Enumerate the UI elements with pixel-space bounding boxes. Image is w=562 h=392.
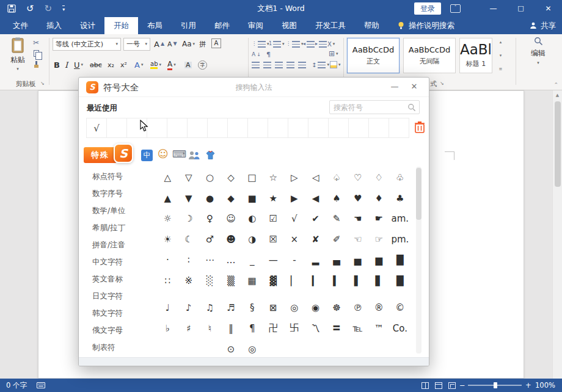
symbol-cell[interactable]: ▒ — [221, 270, 242, 291]
symbol-cell[interactable]: ♤ — [326, 167, 348, 188]
symbol-cell[interactable]: ✘ — [305, 229, 326, 250]
symbol-cell[interactable]: 卐 — [284, 318, 305, 339]
symbol-cell[interactable]: ◎ — [284, 297, 305, 318]
ribbon-tab[interactable]: 开始 — [104, 17, 138, 34]
undo-icon[interactable]: ↺ — [26, 4, 34, 13]
grow-font-button[interactable]: A▲ — [154, 38, 164, 50]
symbol-cell[interactable] — [368, 339, 390, 360]
symbol-cell[interactable]: ☽ — [178, 209, 200, 230]
symbol-cell[interactable]: — — [263, 250, 284, 270]
zoom-in-button[interactable]: + — [525, 379, 531, 392]
paste-button[interactable]: 粘贴 ▾ — [5, 37, 31, 78]
symbol-cell[interactable]: · — [157, 250, 178, 270]
symbol-cell[interactable]: ♠ — [326, 188, 348, 209]
character-shading-button[interactable]: A — [184, 59, 192, 71]
symbol-cell[interactable]: ☻ — [221, 229, 242, 250]
symbol-cell[interactable]: ▎ — [305, 270, 326, 291]
font-color-button[interactable]: A ▾ — [167, 59, 176, 71]
symbol-cell[interactable]: ▏ — [284, 270, 305, 291]
format-painter-icon[interactable] — [34, 61, 40, 68]
word-count[interactable]: 0 个字 — [6, 379, 27, 392]
symbol-cell[interactable]: ✔ — [305, 209, 326, 230]
change-case-button[interactable]: Aa ▾ — [182, 38, 195, 50]
symbol-cell[interactable]: ∷ — [157, 270, 178, 291]
symbol-cell[interactable]: am. — [390, 209, 411, 230]
symbol-cell[interactable]: ☞ — [368, 229, 390, 250]
symbol-cell[interactable]: ♦ — [368, 188, 390, 209]
symbol-search-input[interactable] — [334, 101, 406, 114]
align-center-button[interactable] — [263, 59, 271, 71]
symbol-cell[interactable] — [178, 339, 200, 360]
symbol-cell[interactable]: ▍ — [326, 270, 348, 291]
symbol-cell[interactable]: ◉ — [305, 297, 326, 318]
symbol-cell[interactable]: ✐ — [326, 229, 348, 250]
increase-indent-button[interactable]: ▸ — [315, 38, 327, 50]
symbol-cell[interactable]: ‐ — [284, 250, 305, 270]
symbol-cell[interactable]: ♩ — [157, 297, 178, 318]
recent-symbol-cell[interactable] — [308, 118, 329, 137]
tab-chinese-symbols[interactable]: 中 — [141, 150, 153, 161]
symbol-cell[interactable] — [157, 339, 178, 360]
collapse-ribbon-icon[interactable]: ⌃ — [553, 82, 558, 88]
symbol-cell[interactable]: ○ — [199, 167, 221, 188]
symbol-cell[interactable]: ♥ — [347, 188, 368, 209]
symbol-cell[interactable]: ∶ — [178, 250, 200, 270]
symbol-cell[interactable]: pm. — [390, 229, 411, 250]
symbol-cell[interactable]: ▽ — [178, 167, 200, 188]
align-right-button[interactable] — [275, 59, 283, 71]
close-button[interactable]: ✕ — [535, 0, 562, 17]
symbol-cell[interactable]: ▷ — [284, 167, 305, 188]
symbol-cell[interactable]: ♭ — [157, 318, 178, 339]
symbol-cell[interactable]: ◆ — [221, 188, 242, 209]
recent-symbol-cell[interactable] — [167, 118, 188, 137]
recent-symbol-cell[interactable] — [228, 118, 248, 137]
dialog-scrollbar-thumb[interactable] — [416, 168, 422, 220]
symbol-cell[interactable]: ¶ — [241, 318, 263, 339]
superscript-button[interactable]: x² — [120, 59, 127, 71]
symbol-cell[interactable]: ◁ — [305, 167, 326, 188]
symbol-cell[interactable]: Co. — [390, 318, 411, 339]
gallery-more-icon[interactable]: ≡ — [499, 67, 503, 71]
underline-button[interactable]: U ▾ — [74, 59, 83, 71]
sort-button[interactable]: A ↓ — [252, 48, 261, 60]
recent-symbol-cell[interactable] — [268, 118, 288, 137]
symbol-cell[interactable]: ☾ — [178, 229, 200, 250]
ribbon-tab[interactable]: 引用 — [172, 17, 205, 34]
symbol-cell[interactable]: △ — [157, 167, 178, 188]
symbol-cell[interactable]: ★ — [263, 188, 284, 209]
symbol-cell[interactable]: 〽 — [305, 318, 326, 339]
symbol-cell[interactable]: ▌ — [347, 270, 368, 291]
customize-qat-icon[interactable]: ▾ — [62, 5, 65, 12]
symbol-cell[interactable]: ♬ — [221, 297, 242, 318]
gallery-down-icon[interactable]: ▾ — [500, 53, 502, 58]
recent-symbol-cell[interactable] — [369, 118, 389, 137]
ribbon-tab[interactable]: 开发工具 — [306, 17, 355, 34]
cut-icon[interactable]: ✂ — [33, 39, 39, 46]
symbol-cell[interactable]: ♮ — [199, 318, 221, 339]
symbol-cell[interactable]: ▄ — [326, 250, 348, 270]
show-marks-button[interactable]: ¶ — [266, 48, 271, 60]
symbol-cell[interactable]: ■ — [241, 188, 263, 209]
symbol-cell[interactable]: ◀ — [305, 188, 326, 209]
symbol-cell[interactable]: ☆ — [263, 167, 284, 188]
symbol-search-box[interactable] — [329, 100, 420, 114]
editing-group-button[interactable]: 编辑 ▾ — [520, 37, 556, 65]
maximize-button[interactable]: □ — [507, 0, 535, 17]
symbol-cell[interactable]: ☀ — [157, 229, 178, 250]
symbol-cell[interactable]: ◇ — [221, 167, 242, 188]
ribbon-tab[interactable]: 视图 — [272, 17, 306, 34]
symbol-cell[interactable]: § — [241, 297, 263, 318]
recent-symbol-cell[interactable]: √ — [87, 118, 107, 137]
symbol-cell[interactable]: 〓 — [326, 318, 348, 339]
recent-symbol-cell[interactable] — [208, 118, 228, 137]
symbol-cell[interactable]: × — [284, 229, 305, 250]
strikethrough-button[interactable]: abc — [90, 59, 102, 71]
ribbon-display-options-icon[interactable]: ˆ — [450, 4, 461, 13]
symbol-cell[interactable]: © — [390, 297, 411, 318]
symbol-cell[interactable]: √ — [284, 209, 305, 230]
justify-button[interactable] — [286, 59, 294, 71]
symbol-cell[interactable] — [390, 339, 411, 360]
symbol-cell[interactable]: ▓ — [263, 270, 284, 291]
enclose-characters-button[interactable]: 字 — [198, 59, 207, 71]
zoom-out-button[interactable]: − — [459, 379, 465, 392]
